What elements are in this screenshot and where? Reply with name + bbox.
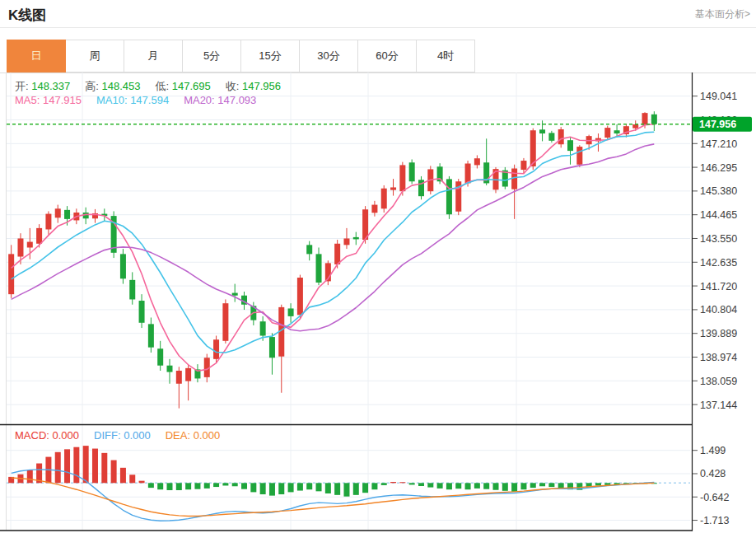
candle-body	[474, 158, 480, 165]
candle-body	[213, 339, 219, 359]
candle-body	[399, 165, 405, 191]
candle-body	[548, 133, 554, 140]
macd-bar	[185, 483, 191, 489]
candle-body	[55, 208, 61, 217]
candle-body	[381, 189, 387, 209]
axis-tick-label: 140.804	[700, 304, 737, 316]
macd-bar	[530, 483, 536, 488]
axis-tick-label: 144.465	[700, 209, 737, 221]
candle-body	[288, 308, 294, 316]
candle-body	[651, 115, 657, 124]
candle-body	[64, 210, 70, 219]
axis-tick-label: 139.889	[700, 328, 737, 339]
macd-bar	[129, 475, 135, 483]
axis-tick-label: 1.499	[700, 445, 726, 456]
macd-bar	[446, 483, 452, 489]
tab-interval-2[interactable]: 月	[124, 40, 183, 72]
candle-body	[409, 162, 415, 181]
kline-chart[interactable]: 149.041148.126147.210146.295145.380144.4…	[0, 72, 756, 533]
candle-body	[539, 129, 545, 133]
axis-tick-label: 138.059	[700, 376, 737, 387]
candle-body	[511, 168, 517, 189]
candle-body	[446, 179, 452, 214]
axis-tick-label: 146.295	[700, 162, 737, 174]
macd-bar	[55, 452, 61, 484]
candle-body	[642, 113, 648, 125]
candle-body	[362, 209, 368, 240]
macd-bar	[353, 483, 359, 495]
macd-bar	[101, 453, 107, 483]
macd-bar	[148, 483, 154, 488]
axis-tick-label: 137.144	[700, 400, 737, 411]
candle-body	[465, 164, 471, 184]
macd-bar	[511, 483, 517, 492]
candle-body	[334, 244, 340, 264]
macd-bar	[334, 483, 340, 495]
axis-tick-label: -0.642	[700, 492, 729, 503]
macd-bar	[316, 483, 322, 491]
axis-tick-label: 145.380	[700, 185, 737, 197]
macd-pane	[7, 446, 690, 521]
tab-interval-6[interactable]: 60分	[358, 40, 417, 72]
macd-bar	[64, 449, 70, 483]
interval-tabs: 日周月5分15分30分60分4时	[7, 40, 475, 72]
macd-bar	[418, 483, 424, 486]
candle-body	[17, 238, 23, 256]
axis-tick-label: 149.041	[700, 91, 737, 102]
candle-body	[139, 301, 145, 323]
macd-bar	[502, 483, 508, 491]
macd-bar	[111, 461, 117, 484]
candle-body	[232, 293, 238, 296]
macd-bar	[27, 470, 33, 483]
tab-interval-0[interactable]: 日	[7, 40, 66, 72]
candle-body	[306, 245, 312, 254]
macd-bar	[213, 483, 219, 487]
tab-interval-1[interactable]: 周	[66, 40, 124, 72]
candle-body	[353, 237, 359, 240]
macd-bar	[260, 483, 266, 494]
candle-body	[176, 371, 182, 384]
fundamental-analysis-link[interactable]: 基本面分析>	[695, 7, 750, 21]
axis-tick-label: 147.210	[700, 138, 737, 150]
macd-bar	[232, 483, 238, 486]
tab-interval-4[interactable]: 15分	[241, 40, 300, 72]
macd-bar	[493, 483, 499, 489]
candle-body	[343, 238, 349, 245]
candle-body	[222, 303, 228, 341]
macd-bar	[437, 483, 443, 489]
candle-body	[614, 130, 620, 133]
macd-bar	[371, 483, 377, 489]
candle-body	[27, 242, 33, 248]
macd-bar	[399, 482, 405, 483]
tab-interval-5[interactable]: 30分	[300, 40, 358, 72]
macd-bar	[120, 468, 126, 483]
macd-bar	[278, 483, 284, 494]
macd-bar	[483, 483, 489, 489]
axis-tick-label: 142.635	[700, 257, 737, 269]
tab-interval-3[interactable]: 5分	[183, 40, 241, 72]
price-axis: 149.041148.126147.210146.295145.380144.4…	[693, 91, 737, 526]
macd-bar	[474, 483, 480, 489]
macd-bar	[409, 483, 415, 484]
macd-bar	[362, 483, 368, 493]
tab-interval-7[interactable]: 4时	[417, 40, 475, 72]
macd-bar	[194, 483, 200, 489]
candle-body	[36, 228, 42, 244]
macd-bar	[241, 483, 247, 489]
macd-bar	[539, 483, 545, 486]
candle-body	[558, 129, 564, 144]
macd-bar	[269, 483, 275, 495]
macd-bar	[520, 483, 526, 489]
candle-body	[520, 161, 526, 170]
current-price-badge: 147.956	[693, 117, 752, 132]
macd-bar	[548, 483, 554, 487]
candle-body	[8, 254, 14, 294]
macd-bar	[325, 483, 331, 493]
macd-bar	[465, 483, 471, 489]
header-divider	[0, 27, 756, 28]
candle-body	[632, 124, 638, 129]
axis-tick-label: -1.713	[700, 515, 729, 526]
candle-body	[157, 348, 163, 365]
candle-body	[316, 254, 322, 283]
macd-bar	[157, 483, 163, 489]
